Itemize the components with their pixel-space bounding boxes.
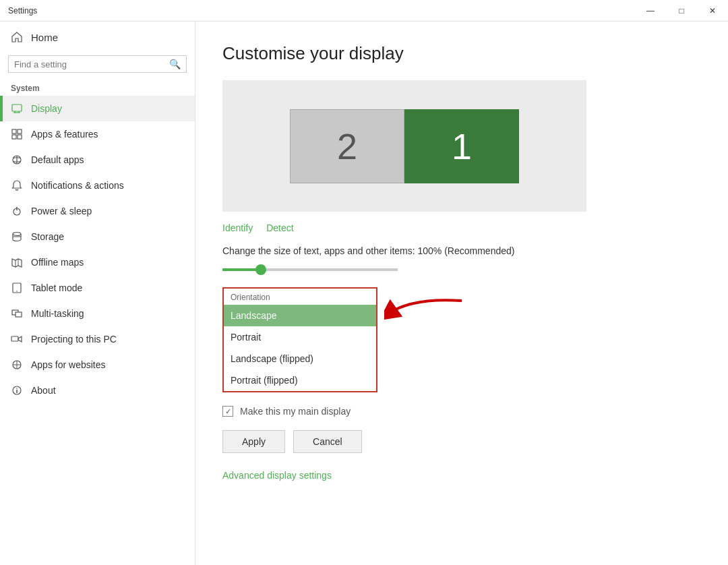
sidebar-item-projecting[interactable]: Projecting to this PC [0,326,195,352]
monitor-1[interactable]: 1 [404,109,519,183]
svg-rect-20 [11,336,18,341]
search-icon: 🔍 [169,59,181,69]
sidebar-item-power-sleep[interactable]: Power & sleep [0,198,195,224]
sidebar-item-label-storage: Storage [31,231,64,242]
orientation-portrait[interactable]: Portrait [224,326,376,348]
sidebar-item-multi-tasking[interactable]: Multi-tasking [0,301,195,326]
sidebar: Home 🔍 System Display [0,22,195,565]
settings-window: Settings — □ ✕ Home 🔍 System [0,0,728,565]
sidebar-item-about[interactable]: About [0,378,195,403]
sidebar-item-label-apps-features: Apps & features [31,129,98,140]
minimize-button[interactable]: — [635,0,666,22]
checkbox-label: Make this my main display [240,406,351,417]
sidebar-item-apps-websites[interactable]: Apps for websites [0,352,195,378]
apply-button[interactable]: Apply [222,430,285,453]
close-button[interactable]: ✕ [697,0,728,22]
multitask-icon [11,307,23,320]
svg-rect-0 [12,105,22,111]
orientation-dropdown: Orientation Landscape Portrait Landscape… [222,287,377,392]
power-icon [11,205,23,217]
monitor-2[interactable]: 2 [290,109,404,183]
home-label: Home [31,32,58,43]
main-display-checkbox[interactable]: ✓ [222,406,233,417]
apps-websites-icon [11,359,23,371]
main-display-checkbox-row: ✓ Make this my main display [222,406,701,417]
display-icon [11,102,23,115]
system-section-label: System [0,78,195,96]
main-content: Customise your display 2 1 Identify Dete… [195,22,728,565]
search-box: 🔍 [8,55,187,73]
sidebar-item-label-offline-maps: Offline maps [31,257,84,268]
scale-text: Change the size of text, apps and other … [222,245,701,256]
detect-link[interactable]: Detect [266,222,293,233]
orientation-landscape-flipped[interactable]: Landscape (flipped) [224,348,376,369]
default-apps-icon [11,154,23,166]
projecting-icon [11,333,23,345]
sidebar-item-display[interactable]: Display [0,96,195,121]
red-arrow [384,294,465,337]
scale-slider[interactable] [222,268,398,271]
monitor-2-number: 2 [337,125,357,167]
advanced-display-link[interactable]: Advanced display settings [222,470,332,481]
search-input[interactable] [14,59,169,69]
sidebar-item-default-apps[interactable]: Default apps [0,147,195,173]
sidebar-item-notifications[interactable]: Notifications & actions [0,173,195,198]
cancel-button[interactable]: Cancel [293,430,362,453]
sidebar-item-label-apps-websites: Apps for websites [31,359,106,370]
sidebar-item-label-tablet-mode: Tablet mode [31,282,82,293]
home-nav-item[interactable]: Home [0,22,195,53]
sidebar-item-label-multi-tasking: Multi-tasking [31,308,84,319]
window-title: Settings [8,6,37,16]
sidebar-item-label-about: About [31,385,56,396]
sidebar-item-label-power-sleep: Power & sleep [31,206,92,216]
sidebar-item-storage[interactable]: Storage [0,224,195,249]
monitor-1-number: 1 [452,125,472,167]
apps-features-icon [11,128,23,140]
home-icon [11,31,23,43]
maps-icon [11,256,23,268]
svg-point-17 [16,291,18,292]
content-area: Home 🔍 System Display [0,22,728,565]
title-bar: Settings — □ ✕ [0,0,728,22]
storage-icon [11,231,23,243]
maximize-button[interactable]: □ [666,0,697,22]
buttons-row: Apply Cancel [222,430,701,453]
checkmark-icon: ✓ [225,407,231,416]
svg-rect-5 [18,129,22,133]
tablet-icon [11,282,23,294]
svg-rect-19 [16,312,22,317]
display-links: Identify Detect [222,222,701,233]
svg-rect-6 [12,135,16,139]
svg-rect-4 [12,129,16,133]
slider-container [222,262,701,274]
identify-link[interactable]: Identify [222,222,253,233]
orientation-label: Orientation [224,289,376,305]
orientation-section: Orientation Landscape Portrait Landscape… [222,287,377,406]
svg-point-12 [13,233,21,236]
sidebar-item-label-projecting: Projecting to this PC [31,334,117,345]
page-title: Customise your display [222,43,701,64]
orientation-landscape[interactable]: Landscape [224,305,376,326]
sidebar-item-label-display: Display [31,103,62,114]
notifications-icon [11,179,23,191]
svg-point-24 [16,388,18,389]
sidebar-item-tablet-mode[interactable]: Tablet mode [0,275,195,301]
svg-rect-7 [18,135,22,139]
sidebar-item-offline-maps[interactable]: Offline maps [0,249,195,275]
window-controls: — □ ✕ [635,0,728,22]
display-preview: 2 1 [222,80,586,212]
sidebar-item-apps-features[interactable]: Apps & features [0,121,195,147]
orientation-portrait-flipped[interactable]: Portrait (flipped) [224,369,376,391]
sidebar-item-label-default-apps: Default apps [31,154,84,165]
about-icon [11,384,23,396]
sidebar-item-label-notifications: Notifications & actions [31,180,124,191]
